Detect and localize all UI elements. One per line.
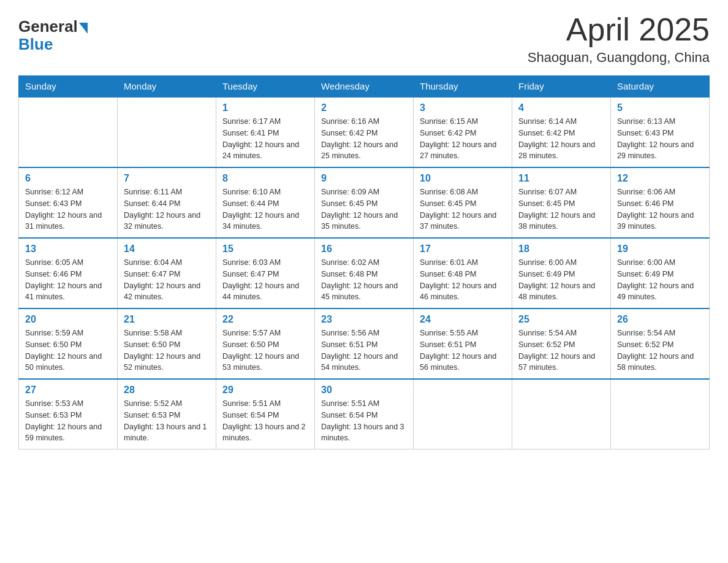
day-number: 24 — [420, 314, 506, 325]
day-number: 3 — [420, 102, 506, 113]
logo-general-text: General — [18, 17, 78, 36]
day-info: Sunrise: 6:04 AMSunset: 6:47 PMDaylight:… — [124, 257, 210, 303]
page-header: General Blue April 2025 Shaoguan, Guangd… — [18, 12, 710, 66]
day-number: 14 — [124, 243, 210, 255]
day-cell — [512, 379, 611, 450]
day-info: Sunrise: 5:53 AMSunset: 6:53 PMDaylight:… — [25, 398, 111, 444]
day-cell: 4Sunrise: 6:14 AMSunset: 6:42 PMDaylight… — [512, 97, 611, 167]
day-cell: 12Sunrise: 6:06 AMSunset: 6:46 PMDayligh… — [611, 167, 710, 238]
day-number: 15 — [222, 243, 308, 255]
day-cell: 28Sunrise: 5:52 AMSunset: 6:53 PMDayligh… — [118, 379, 216, 450]
day-cell: 19Sunrise: 6:00 AMSunset: 6:49 PMDayligh… — [611, 238, 710, 308]
day-number: 26 — [617, 314, 703, 325]
weekday-header: Sunday — [19, 76, 118, 98]
day-info: Sunrise: 5:52 AMSunset: 6:53 PMDaylight:… — [124, 398, 210, 444]
day-info: Sunrise: 6:01 AMSunset: 6:48 PMDaylight:… — [420, 257, 506, 303]
day-number: 9 — [321, 173, 407, 184]
day-info: Sunrise: 5:51 AMSunset: 6:54 PMDaylight:… — [321, 398, 407, 444]
weekday-header: Friday — [512, 76, 611, 98]
week-row: 27Sunrise: 5:53 AMSunset: 6:53 PMDayligh… — [19, 379, 710, 450]
day-number: 17 — [420, 243, 506, 255]
logo-arrow-icon — [79, 23, 88, 34]
day-info: Sunrise: 5:57 AMSunset: 6:50 PMDaylight:… — [222, 327, 308, 373]
week-row: 13Sunrise: 6:05 AMSunset: 6:46 PMDayligh… — [19, 238, 710, 308]
day-number: 30 — [321, 385, 407, 396]
day-cell: 2Sunrise: 6:16 AMSunset: 6:42 PMDaylight… — [315, 97, 414, 167]
weekday-header: Thursday — [414, 76, 512, 98]
weekday-header: Wednesday — [315, 76, 414, 98]
day-info: Sunrise: 6:07 AMSunset: 6:45 PMDaylight:… — [518, 186, 604, 232]
day-cell: 14Sunrise: 6:04 AMSunset: 6:47 PMDayligh… — [118, 238, 216, 308]
day-cell — [118, 97, 216, 167]
day-cell: 25Sunrise: 5:54 AMSunset: 6:52 PMDayligh… — [512, 308, 611, 379]
day-cell — [19, 97, 118, 167]
day-cell: 26Sunrise: 5:54 AMSunset: 6:52 PMDayligh… — [611, 308, 710, 379]
day-number: 16 — [321, 243, 407, 255]
day-cell: 9Sunrise: 6:09 AMSunset: 6:45 PMDaylight… — [315, 167, 414, 238]
day-info: Sunrise: 6:09 AMSunset: 6:45 PMDaylight:… — [321, 186, 407, 232]
day-cell: 17Sunrise: 6:01 AMSunset: 6:48 PMDayligh… — [414, 238, 512, 308]
day-info: Sunrise: 6:06 AMSunset: 6:46 PMDaylight:… — [617, 186, 703, 232]
day-info: Sunrise: 5:56 AMSunset: 6:51 PMDaylight:… — [321, 327, 407, 373]
day-number: 27 — [25, 385, 111, 396]
weekday-header-row: SundayMondayTuesdayWednesdayThursdayFrid… — [19, 76, 710, 98]
day-number: 2 — [321, 102, 407, 113]
day-info: Sunrise: 6:00 AMSunset: 6:49 PMDaylight:… — [518, 257, 604, 303]
day-info: Sunrise: 5:55 AMSunset: 6:51 PMDaylight:… — [420, 327, 506, 373]
day-number: 10 — [420, 173, 506, 184]
day-cell: 30Sunrise: 5:51 AMSunset: 6:54 PMDayligh… — [315, 379, 414, 450]
logo-blue-text: Blue — [18, 35, 53, 54]
day-number: 11 — [518, 173, 604, 184]
weekday-header: Saturday — [611, 76, 710, 98]
day-number: 6 — [25, 173, 111, 184]
day-cell: 1Sunrise: 6:17 AMSunset: 6:41 PMDaylight… — [216, 97, 315, 167]
day-cell — [611, 379, 710, 450]
day-number: 28 — [124, 385, 210, 396]
location-title: Shaoguan, Guangdong, China — [528, 50, 710, 66]
day-number: 1 — [222, 102, 308, 113]
day-number: 19 — [617, 243, 703, 255]
day-info: Sunrise: 6:13 AMSunset: 6:43 PMDaylight:… — [617, 116, 703, 162]
day-info: Sunrise: 5:54 AMSunset: 6:52 PMDaylight:… — [617, 327, 703, 373]
day-cell: 21Sunrise: 5:58 AMSunset: 6:50 PMDayligh… — [118, 308, 216, 379]
day-number: 4 — [518, 102, 604, 113]
day-number: 20 — [25, 314, 111, 325]
day-info: Sunrise: 6:14 AMSunset: 6:42 PMDaylight:… — [518, 116, 604, 162]
day-info: Sunrise: 6:12 AMSunset: 6:43 PMDaylight:… — [25, 186, 111, 232]
day-number: 5 — [617, 102, 703, 113]
day-cell: 13Sunrise: 6:05 AMSunset: 6:46 PMDayligh… — [19, 238, 118, 308]
day-cell: 11Sunrise: 6:07 AMSunset: 6:45 PMDayligh… — [512, 167, 611, 238]
day-cell: 15Sunrise: 6:03 AMSunset: 6:47 PMDayligh… — [216, 238, 315, 308]
day-info: Sunrise: 6:02 AMSunset: 6:48 PMDaylight:… — [321, 257, 407, 303]
week-row: 6Sunrise: 6:12 AMSunset: 6:43 PMDaylight… — [19, 167, 710, 238]
day-cell: 20Sunrise: 5:59 AMSunset: 6:50 PMDayligh… — [19, 308, 118, 379]
title-block: April 2025 Shaoguan, Guangdong, China — [528, 12, 710, 66]
day-number: 7 — [124, 173, 210, 184]
day-cell: 27Sunrise: 5:53 AMSunset: 6:53 PMDayligh… — [19, 379, 118, 450]
day-cell: 18Sunrise: 6:00 AMSunset: 6:49 PMDayligh… — [512, 238, 611, 308]
day-info: Sunrise: 6:17 AMSunset: 6:41 PMDaylight:… — [222, 116, 308, 162]
day-number: 13 — [25, 243, 111, 255]
month-title: April 2025 — [528, 12, 710, 47]
day-info: Sunrise: 5:51 AMSunset: 6:54 PMDaylight:… — [222, 398, 308, 444]
day-number: 25 — [518, 314, 604, 325]
week-row: 20Sunrise: 5:59 AMSunset: 6:50 PMDayligh… — [19, 308, 710, 379]
day-number: 18 — [518, 243, 604, 255]
day-cell: 10Sunrise: 6:08 AMSunset: 6:45 PMDayligh… — [414, 167, 512, 238]
day-number: 22 — [222, 314, 308, 325]
day-cell: 24Sunrise: 5:55 AMSunset: 6:51 PMDayligh… — [414, 308, 512, 379]
week-row: 1Sunrise: 6:17 AMSunset: 6:41 PMDaylight… — [19, 97, 710, 167]
weekday-header: Tuesday — [216, 76, 315, 98]
day-number: 23 — [321, 314, 407, 325]
day-number: 8 — [222, 173, 308, 184]
day-info: Sunrise: 6:10 AMSunset: 6:44 PMDaylight:… — [222, 186, 308, 232]
calendar-table: SundayMondayTuesdayWednesdayThursdayFrid… — [18, 75, 710, 450]
day-number: 29 — [222, 385, 308, 396]
day-cell: 22Sunrise: 5:57 AMSunset: 6:50 PMDayligh… — [216, 308, 315, 379]
logo: General Blue — [18, 17, 88, 54]
day-info: Sunrise: 6:03 AMSunset: 6:47 PMDaylight:… — [222, 257, 308, 303]
day-info: Sunrise: 5:54 AMSunset: 6:52 PMDaylight:… — [518, 327, 604, 373]
day-info: Sunrise: 6:08 AMSunset: 6:45 PMDaylight:… — [420, 186, 506, 232]
day-number: 12 — [617, 173, 703, 184]
day-number: 21 — [124, 314, 210, 325]
